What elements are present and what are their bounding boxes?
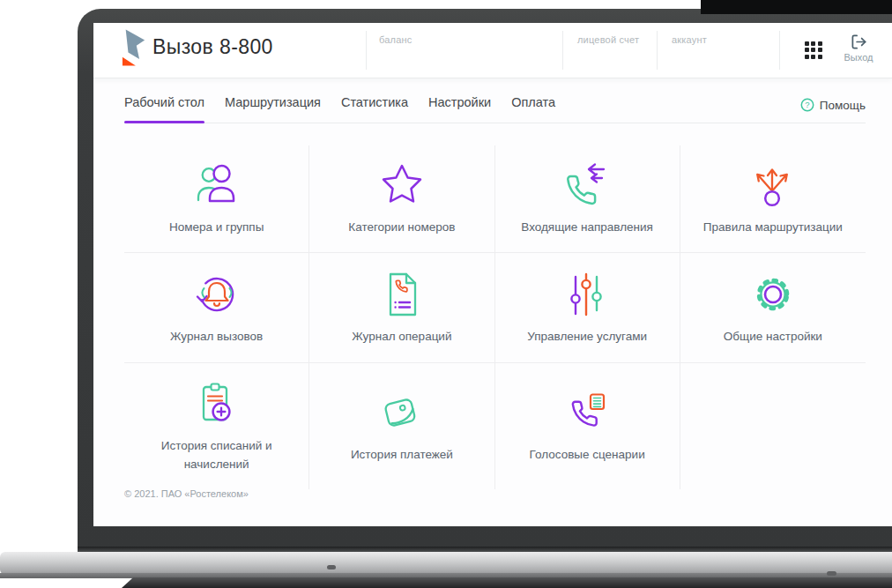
tile-numbers-groups[interactable]: Номера и группы: [124, 145, 309, 253]
app-launcher-icon[interactable]: [805, 41, 822, 59]
tab-desktop[interactable]: Рабочий стол: [124, 95, 204, 123]
tile-service-management[interactable]: Управление услугами: [495, 253, 680, 363]
users-icon: [192, 160, 242, 210]
header-divider: [366, 31, 367, 70]
logout-label: Выход: [844, 52, 873, 63]
laptop-base: [0, 552, 892, 575]
tile-call-log[interactable]: Журнал вызовов: [124, 253, 309, 363]
account-number-label: лицевой счет: [577, 34, 639, 45]
header-divider: [779, 31, 780, 70]
laptop-notch: [327, 565, 336, 569]
tile-incoming-directions[interactable]: Входящие направления: [495, 145, 680, 253]
app-window: Вызов 8-800 баланс лицевой счет аккаунт …: [93, 23, 892, 526]
tab-settings[interactable]: Настройки: [428, 95, 491, 123]
app-header: Вызов 8-800 баланс лицевой счет аккаунт …: [93, 23, 892, 78]
laptop-bezel-top-strip: [701, 0, 892, 14]
laptop-base-shadow: [122, 577, 892, 588]
tile-label: Общие настройки: [724, 328, 822, 346]
tile-voice-scenarios[interactable]: Голосовые сценарии: [495, 363, 680, 489]
routing-icon: [748, 160, 798, 210]
tile-label: Управление услугами: [527, 328, 647, 346]
tile-label: Журнал вызовов: [170, 328, 263, 346]
balance-label: баланс: [379, 34, 412, 45]
payments-icon: [377, 388, 427, 437]
logout-button[interactable]: Выход: [834, 33, 883, 63]
svg-text:?: ?: [805, 100, 809, 109]
tile-label: Правила маршрутизации: [703, 219, 843, 236]
tile-label: История списаний и начислений: [135, 437, 299, 473]
tile-label: Голосовые сценарии: [530, 446, 645, 464]
tile-general-settings[interactable]: Общие настройки: [680, 253, 866, 363]
tile-payments-history[interactable]: История платежей: [309, 363, 494, 489]
tile-routing-rules[interactable]: Правила маршрутизации: [680, 145, 866, 253]
header-divider: [657, 31, 658, 70]
sliders-icon: [562, 270, 612, 319]
help-link[interactable]: ? Помощь: [800, 98, 866, 112]
app-title: Вызов 8-800: [152, 35, 273, 59]
tile-label: Журнал операций: [352, 328, 451, 346]
main-navigation: Рабочий стол Маршрутизация Статистика На…: [124, 78, 866, 123]
tile-number-categories[interactable]: Категории номеров: [309, 145, 494, 253]
operations-log-icon: [377, 270, 427, 319]
tile-label: Входящие направления: [521, 219, 653, 236]
tile-label: Категории номеров: [348, 219, 455, 236]
rostelecom-logo-icon: [122, 28, 146, 67]
tab-routing[interactable]: Маршрутизация: [225, 95, 321, 123]
tile-charges-history[interactable]: История списаний и начислений: [124, 363, 309, 489]
logout-icon: [851, 33, 867, 50]
help-label: Помощь: [820, 99, 866, 112]
tile-label: Номера и группы: [169, 219, 264, 236]
tile-label: История платежей: [351, 446, 453, 464]
header-divider: [562, 31, 563, 70]
voice-scripts-icon: [562, 388, 612, 437]
incoming-call-icon: [562, 160, 612, 210]
star-icon: [377, 160, 427, 210]
tab-statistics[interactable]: Статистика: [341, 95, 408, 123]
dashboard-grid: Номера и группы Категории номеров: [124, 145, 866, 489]
billing-history-icon: [192, 379, 242, 428]
account-label: аккаунт: [672, 34, 707, 45]
tile-operations-log[interactable]: Журнал операций: [309, 253, 494, 363]
laptop-notch: [827, 571, 836, 576]
tab-payment[interactable]: Оплата: [511, 95, 555, 123]
copyright-text: © 2021. ПАО «Ростелеком»: [124, 488, 249, 499]
help-icon: ?: [800, 98, 814, 112]
gear-icon: [748, 270, 798, 319]
empty-cell: [680, 363, 866, 489]
call-log-icon: [192, 270, 242, 319]
